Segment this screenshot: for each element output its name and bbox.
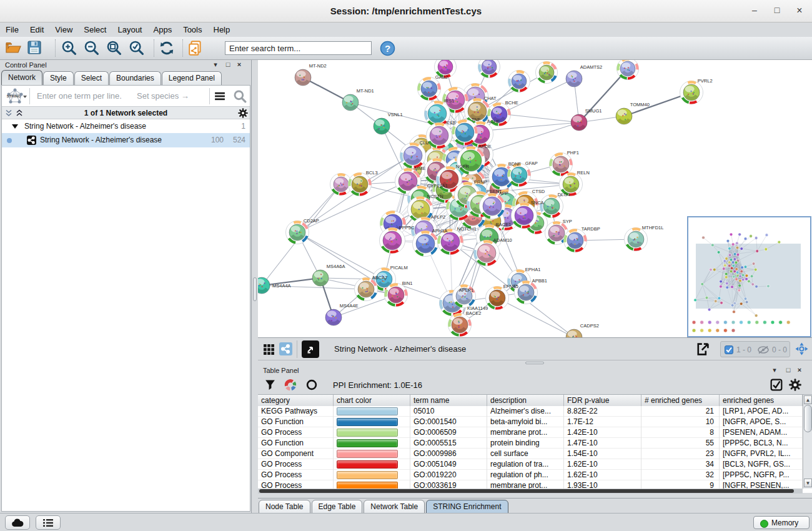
node-GFAP[interactable] xyxy=(508,164,531,187)
scroll-down-button[interactable]: ▼ xyxy=(804,479,812,487)
scroll-thumb[interactable] xyxy=(804,405,812,432)
horizontal-splitter[interactable] xyxy=(258,360,812,365)
node[interactable] xyxy=(536,62,558,84)
node-TARDBP[interactable] xyxy=(564,229,587,252)
scroll-up-button[interactable]: ▲ xyxy=(804,395,812,404)
table-row[interactable]: GO ComponentGO:0009986cell surface1.54E-… xyxy=(258,449,803,459)
menu-layout[interactable]: Layout xyxy=(112,22,147,36)
hidden-eye-icon[interactable] xyxy=(757,345,770,354)
scroll-thumb[interactable] xyxy=(259,489,794,493)
node-VSNL1[interactable] xyxy=(374,118,390,134)
menu-file[interactable]: File xyxy=(0,22,24,36)
network-options-gear-icon[interactable] xyxy=(238,108,248,118)
splitter-handle[interactable] xyxy=(253,277,257,301)
tab-network[interactable]: Network xyxy=(1,70,42,85)
node-ADAM10[interactable] xyxy=(474,241,500,266)
chart-donut-icon[interactable] xyxy=(284,379,297,391)
menu-apps[interactable]: Apps xyxy=(148,22,178,36)
node-MS4A4E[interactable] xyxy=(325,309,342,325)
undock-panel-icon[interactable]: □ xyxy=(784,366,793,374)
network-from-clipboard-button[interactable] xyxy=(187,40,206,57)
tab-string-enrichment[interactable]: STRING Enrichment xyxy=(426,500,508,514)
string-share-button[interactable] xyxy=(279,342,292,359)
menu-help[interactable]: Help xyxy=(208,22,236,36)
menu-view[interactable]: View xyxy=(49,22,78,36)
grid-view-button[interactable] xyxy=(263,344,275,360)
cloud-tasks-button[interactable] xyxy=(5,515,30,530)
export-network-button[interactable] xyxy=(695,342,710,358)
node-ADAMTS2[interactable] xyxy=(566,71,582,87)
tree-expand-caret[interactable] xyxy=(12,124,18,129)
tab-network-table[interactable]: Network Table xyxy=(364,500,425,514)
node-BCL3[interactable] xyxy=(349,173,372,196)
node-CLU[interactable] xyxy=(400,143,426,169)
node[interactable] xyxy=(508,71,530,92)
node-SMUG1[interactable] xyxy=(571,114,587,131)
node-MT-ND2[interactable] xyxy=(295,69,311,86)
ring-chart-icon[interactable] xyxy=(305,379,318,391)
tab-style[interactable]: Style xyxy=(43,71,74,85)
node-MTHFD1L[interactable] xyxy=(625,228,648,251)
table-row[interactable]: GO FunctionGO:0001540beta-amyloid bi...1… xyxy=(258,417,803,427)
table-horizontal-scrollbar[interactable] xyxy=(258,489,803,494)
menu-tools[interactable]: Tools xyxy=(177,22,207,36)
memory-button[interactable]: Memory xyxy=(753,516,810,529)
string-options-button[interactable] xyxy=(214,91,225,101)
open-session-button[interactable] xyxy=(5,40,24,57)
network-collection-row[interactable]: String Network - Alzheimer's disease 1 xyxy=(2,119,250,133)
enrichment-settings-gear-icon[interactable] xyxy=(789,379,801,391)
filter-funnel-icon[interactable] xyxy=(264,379,276,391)
title-bar[interactable]: Session: /tmp/enrichmentTest.cys – □ × xyxy=(0,0,812,22)
zoom-in-button[interactable] xyxy=(61,40,80,57)
minimize-button[interactable]: – xyxy=(747,5,762,15)
string-query-input[interactable]: Enter one term per line. xyxy=(37,91,122,101)
close-button[interactable]: × xyxy=(792,5,807,16)
table-row[interactable]: GO ProcessGO:0019220regulation of ph...1… xyxy=(258,470,803,480)
zoom-selected-button[interactable] xyxy=(129,40,147,57)
search-input[interactable] xyxy=(225,41,372,55)
node-ABCA7[interactable] xyxy=(355,278,378,301)
node-PHF1[interactable] xyxy=(550,153,573,176)
menu-edit[interactable]: Edit xyxy=(24,22,49,36)
node-PPP5C[interactable] xyxy=(380,228,405,254)
node[interactable] xyxy=(617,60,639,80)
detach-view-button[interactable] xyxy=(302,340,319,357)
node-TNF[interactable] xyxy=(452,120,478,146)
node-CADPS2[interactable] xyxy=(566,329,582,338)
close-panel-icon[interactable]: × xyxy=(795,366,804,374)
tab-select[interactable]: Select xyxy=(74,71,109,85)
navigate-compass-button[interactable] xyxy=(795,342,808,359)
birds-eye-view[interactable] xyxy=(687,216,811,337)
node-IL1B[interactable] xyxy=(427,123,452,149)
node[interactable] xyxy=(478,60,500,78)
node-BACE2[interactable] xyxy=(448,314,472,337)
table-row[interactable]: GO FunctionGO:0005515protein binding1.47… xyxy=(258,438,803,449)
table-row[interactable]: KEGG Pathways05010Alzheimer's dise...8.8… xyxy=(258,406,803,417)
tab-edge-table[interactable]: Edge Table xyxy=(312,500,363,514)
maximize-button[interactable]: □ xyxy=(770,5,785,15)
vertical-splitter[interactable] xyxy=(252,60,258,513)
node-CD2AP[interactable] xyxy=(286,221,309,244)
select-rows-checkbox-icon[interactable] xyxy=(770,379,783,391)
string-logo[interactable]: STRING xyxy=(3,87,27,106)
float-panel-icon[interactable]: ▾ xyxy=(770,366,779,374)
task-history-button[interactable] xyxy=(36,515,61,530)
zoom-fit-button[interactable] xyxy=(106,40,125,57)
splitter-handle[interactable] xyxy=(525,362,544,364)
set-species-label[interactable]: Set species → xyxy=(137,91,189,101)
close-panel-icon[interactable]: × xyxy=(235,61,244,68)
float-panel-icon[interactable]: ▾ xyxy=(211,61,220,69)
node-GAB2[interactable] xyxy=(418,77,441,101)
network-canvas[interactable]: MT-ND2MT-ND1VSNL1GAB2ADAMTS2PVRL2SMUG1TO… xyxy=(258,60,812,338)
node-BIN1[interactable] xyxy=(385,284,408,307)
node-EFNA5[interactable] xyxy=(486,287,509,310)
node-DLG4[interactable] xyxy=(540,195,563,218)
tab-node-table[interactable]: Node Table xyxy=(259,500,310,514)
network-row-selected[interactable]: String Network - Alzheimer's disease 100… xyxy=(2,133,250,147)
table-row[interactable]: GO ProcessGO:0051049regulation of tra...… xyxy=(258,459,803,470)
zoom-out-button[interactable] xyxy=(84,40,102,57)
node-TOMM40[interactable] xyxy=(616,108,632,124)
refresh-button[interactable] xyxy=(159,40,177,57)
string-search-button[interactable] xyxy=(233,89,247,103)
selected-checkbox-icon[interactable] xyxy=(725,345,733,354)
